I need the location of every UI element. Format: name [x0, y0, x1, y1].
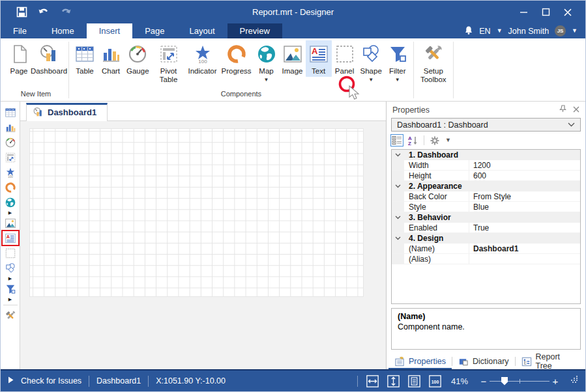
image-icon — [282, 43, 303, 65]
zoom-out-button[interactable]: − — [478, 376, 490, 387]
toolbox-chart-tool[interactable] — [2, 120, 19, 135]
category-collapse-chevron-icon[interactable] — [392, 212, 404, 223]
report-tree-tab-icon — [521, 356, 532, 367]
property-row[interactable]: StyleBlue — [392, 202, 580, 212]
ribbon-button-table[interactable]: Table — [72, 40, 98, 77]
ribbon-button-text[interactable]: AText — [306, 40, 332, 77]
dropdown-caret-icon[interactable]: ▼ — [368, 77, 374, 83]
ribbon-button-filter[interactable]: Filter▼ — [385, 40, 411, 84]
property-row[interactable]: Back ColorFrom Style — [392, 191, 580, 202]
property-row[interactable]: EnabledTrue — [392, 223, 580, 233]
toolbox-progress-tool[interactable] — [2, 180, 19, 195]
ribbon-button-gauge[interactable]: Gauge — [124, 40, 152, 77]
toolbox-indicator-tool[interactable]: 100 — [2, 165, 19, 180]
panel-tab-properties[interactable]: Properties — [388, 354, 452, 369]
property-row[interactable]: (Name)Dashboard1 — [392, 244, 580, 254]
toolbox-image-tool[interactable] — [2, 216, 19, 231]
toolbox-text-tool[interactable]: A — [2, 231, 19, 245]
pin-icon[interactable] — [559, 105, 566, 115]
panel-close-icon[interactable] — [573, 105, 579, 115]
toolbox-map-tool[interactable] — [2, 195, 19, 210]
toolbox-setup-tool[interactable] — [2, 308, 19, 323]
undo-icon[interactable] — [37, 6, 50, 19]
dropdown-caret-icon[interactable]: ▼ — [395, 77, 400, 83]
panel-tab-dictionary[interactable]: Dictionary — [452, 354, 515, 369]
user-avatar[interactable]: JS — [555, 25, 566, 36]
ribbon-button-setup-toolbox[interactable]: Setup Toolbox — [417, 40, 450, 85]
notifications-bell-icon[interactable] — [464, 25, 473, 37]
document-tab-dashboard1[interactable]: Dashboard1 — [26, 103, 108, 121]
dropdown-caret-icon[interactable]: ▼ — [264, 77, 269, 83]
panel-tab-report-tree[interactable]: Report Tree — [516, 354, 583, 369]
toolbox-panel-tool[interactable] — [2, 245, 19, 260]
alphabetical-sort-icon[interactable]: AZ — [407, 135, 418, 146]
menu-tab-layout[interactable]: Layout — [177, 23, 227, 38]
property-value[interactable]: True — [469, 223, 580, 232]
property-category-row[interactable]: 3. Behavior — [392, 212, 580, 223]
property-category-row[interactable]: 4. Design — [392, 233, 580, 244]
fit-whole-page-icon[interactable] — [408, 375, 420, 387]
property-category-row[interactable]: 2. Appearance — [392, 181, 580, 191]
toolbox-gauge-tool[interactable] — [2, 135, 19, 150]
language-selector[interactable]: EN — [479, 27, 490, 36]
resize-grip-icon[interactable] — [570, 375, 578, 385]
category-collapse-chevron-icon[interactable] — [392, 181, 404, 191]
minimize-icon[interactable] — [515, 6, 532, 19]
toolbox-filter-tool[interactable] — [2, 281, 19, 296]
dashboard-design-page[interactable] — [29, 128, 364, 297]
toolbox-table-tool[interactable] — [2, 105, 19, 120]
toolbox-pivot-table-tool[interactable] — [2, 150, 19, 165]
gear-caret-icon[interactable]: ▼ — [445, 137, 451, 143]
zoom-in-button[interactable]: + — [549, 376, 561, 387]
menu-tab-file[interactable]: File — [1, 23, 39, 38]
property-value[interactable]: 1200 — [469, 161, 580, 170]
menu-tab-insert[interactable]: Insert — [87, 23, 133, 38]
properties-panel-title: Properties — [392, 105, 430, 115]
fit-page-width-icon[interactable] — [366, 375, 379, 387]
menu-tab-preview[interactable]: Preview — [227, 23, 282, 38]
ribbon-button-map[interactable]: Map▼ — [254, 40, 280, 84]
ribbon-button-dashboard[interactable]: Dashboard — [32, 40, 66, 77]
settings-gear-icon[interactable] — [430, 135, 440, 146]
category-collapse-chevron-icon[interactable] — [392, 233, 404, 244]
property-row[interactable]: (Alias) — [392, 254, 580, 264]
property-value[interactable]: From Style — [469, 192, 580, 201]
ribbon-button-chart[interactable]: Chart — [98, 40, 124, 77]
ribbon-button-indicator[interactable]: 100Indicator — [186, 40, 220, 77]
category-collapse-chevron-icon[interactable] — [392, 150, 404, 160]
ribbon-button-shape[interactable]: Shape▼ — [358, 40, 385, 84]
ribbon-button-panel[interactable]: Panel — [332, 40, 358, 77]
categorized-view-icon[interactable] — [392, 135, 402, 145]
redo-icon[interactable] — [59, 6, 72, 19]
check-for-issues-button[interactable]: Check for Issues — [21, 376, 81, 385]
status-right: 100 41% − + — [357, 375, 578, 387]
component-selector-dropdown[interactable]: Dashboard1 : Dashboard — [391, 118, 581, 132]
toolbox-shape-tool[interactable] — [2, 260, 19, 275]
save-icon[interactable] — [15, 6, 28, 19]
ribbon-button-progress[interactable]: Progress — [220, 40, 254, 77]
property-category-row[interactable]: 1. Dashboard — [392, 150, 580, 160]
ribbon-button-page[interactable]: Page — [6, 40, 32, 77]
close-icon[interactable] — [559, 6, 576, 19]
property-row[interactable]: Width1200 — [392, 160, 580, 171]
zoom-slider-thumb[interactable] — [501, 377, 508, 385]
menu-tab-home[interactable]: Home — [39, 23, 87, 38]
toolbox-expand-arrow-icon[interactable]: ▶ — [8, 296, 12, 302]
menu-tab-page[interactable]: Page — [132, 23, 177, 38]
ribbon-button-label: Table — [76, 67, 94, 76]
ribbon-button-image[interactable]: Image — [280, 40, 306, 77]
user-name[interactable]: John Smith — [508, 27, 549, 36]
zoom-slider-track[interactable] — [490, 381, 549, 382]
property-value[interactable]: Blue — [469, 203, 580, 212]
fit-page-height-icon[interactable] — [387, 375, 400, 387]
toolbox-expand-arrow-icon[interactable]: ▶ — [8, 275, 12, 281]
zoom-100-icon[interactable]: 100 — [429, 375, 441, 387]
user-menu-caret-icon[interactable]: ▼ — [572, 28, 578, 34]
property-row[interactable]: Height600 — [392, 171, 580, 181]
maximize-icon[interactable] — [537, 6, 554, 19]
toolbox-expand-arrow-icon[interactable]: ▶ — [8, 210, 12, 216]
property-value[interactable]: 600 — [469, 171, 580, 180]
ribbon-button-pivot-table[interactable]: Pivot Table — [152, 40, 186, 85]
property-value[interactable]: Dashboard1 — [469, 244, 580, 253]
language-caret-icon[interactable]: ▼ — [497, 28, 503, 34]
